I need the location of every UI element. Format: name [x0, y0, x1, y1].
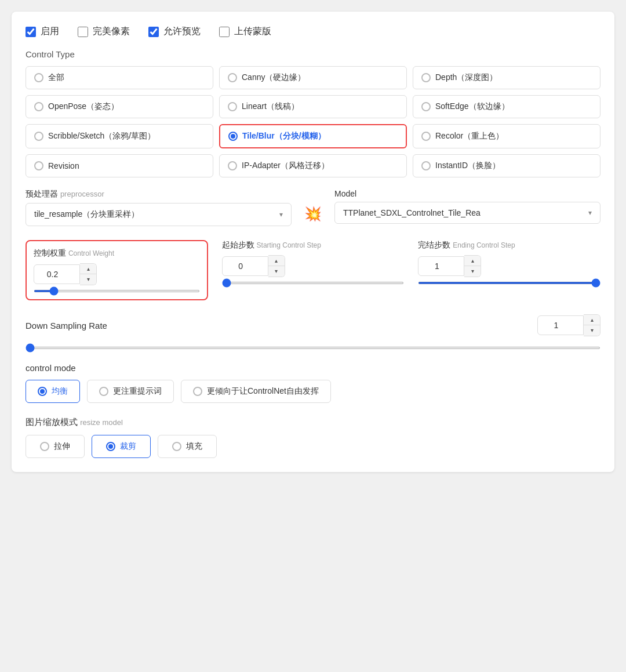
- control-weight-label: 控制权重 Control Weight: [34, 248, 200, 259]
- radio-dot-canny: [228, 73, 237, 82]
- resize-crop-label: 裁剪: [120, 441, 136, 452]
- radio-label-lineart: Lineart（线稿）: [242, 101, 299, 112]
- enable-checkbox-item[interactable]: 启用: [26, 26, 59, 38]
- preprocessor-row: 预处理器 preprocessor tile_resample（分块重采样） ▾…: [26, 189, 600, 226]
- allow-preview-checkbox[interactable]: [148, 27, 159, 37]
- radio-all[interactable]: 全部: [26, 66, 213, 89]
- starting-control-group: 起始步数 Starting Control Step ▴ ▾: [222, 240, 405, 300]
- radio-label-instantid: InstantID（换脸）: [435, 161, 500, 171]
- mode-balanced-label: 均衡: [52, 386, 68, 397]
- ending-control-input-row: ▴ ▾: [418, 255, 600, 277]
- preprocessor-label: 预处理器: [26, 189, 58, 198]
- control-weight-input[interactable]: [34, 264, 80, 284]
- starting-control-label: 起始步数 Starting Control Step: [222, 240, 405, 250]
- downsampling-input-row: ▴ ▾: [537, 314, 600, 336]
- perfect-pixel-checkbox-item[interactable]: 完美像素: [78, 26, 130, 38]
- radio-label-all: 全部: [48, 72, 64, 83]
- radio-softedge[interactable]: SoftEdge（软边缘）: [413, 95, 600, 118]
- downsampling-down[interactable]: ▾: [584, 325, 600, 336]
- main-panel: 启用 完美像素 允许预览 上传蒙版 Control Type 全部 Canny（…: [12, 12, 614, 472]
- preprocessor-select[interactable]: tile_resample（分块重采样） ▾: [26, 203, 292, 226]
- resize-crop-dot: [106, 442, 115, 451]
- control-weight-up[interactable]: ▴: [80, 264, 96, 274]
- starting-control-slider[interactable]: [222, 282, 405, 284]
- downsampling-input[interactable]: [537, 315, 584, 335]
- radio-depth[interactable]: Depth（深度图）: [413, 66, 600, 89]
- radio-dot-openpose: [34, 102, 43, 111]
- downsampling-row: Down Sampling Rate ▴ ▾: [26, 314, 600, 336]
- radio-dot-scribble: [34, 132, 43, 141]
- upload-draft-checkbox[interactable]: [219, 27, 230, 37]
- resize-stretch[interactable]: 拉伸: [26, 435, 85, 458]
- resize-label: 图片缩放模式 resize model: [26, 417, 600, 428]
- upload-draft-label: 上传蒙版: [234, 26, 271, 38]
- radio-instantid[interactable]: InstantID（换脸）: [413, 154, 600, 177]
- mode-prompt[interactable]: 更注重提示词: [87, 380, 174, 403]
- radio-label-openpose: OpenPose（姿态）: [48, 101, 119, 112]
- ending-control-up[interactable]: ▴: [464, 256, 481, 266]
- model-select[interactable]: TTPlanet_SDXL_Controlnet_Tile_Rea ▾: [334, 202, 600, 224]
- ending-control-input[interactable]: [418, 256, 464, 276]
- control-weight-slider[interactable]: [34, 290, 200, 292]
- allow-preview-label: 允许预览: [163, 26, 201, 38]
- radio-label-scribble: Scribble/Sketch（涂鸦/草图）: [48, 131, 155, 141]
- starting-control-spin: ▴ ▾: [268, 255, 285, 277]
- preprocessor-col: 预处理器 preprocessor tile_resample（分块重采样） ▾: [26, 189, 292, 226]
- preprocessor-value: tile_resample（分块重采样）: [34, 209, 139, 220]
- radio-label-softedge: SoftEdge（软边缘）: [435, 101, 509, 112]
- radio-label-revision: Revision: [48, 161, 79, 170]
- control-mode-section: control mode 均衡 更注重提示词 更倾向于让ControlNet自由…: [26, 363, 600, 403]
- radio-dot-depth: [421, 73, 431, 82]
- ending-control-spin: ▴ ▾: [464, 255, 481, 277]
- enable-checkbox[interactable]: [26, 27, 36, 37]
- model-label: Model: [334, 189, 600, 198]
- mode-controlnet-dot: [193, 387, 202, 396]
- upload-draft-checkbox-item[interactable]: 上传蒙版: [219, 26, 271, 38]
- star-button[interactable]: 💥: [301, 202, 325, 226]
- control-weight-spin: ▴ ▾: [80, 263, 97, 285]
- mode-controlnet[interactable]: 更倾向于让ControlNet自由发挥: [181, 380, 331, 403]
- resize-fill[interactable]: 填充: [158, 435, 217, 458]
- ending-control-down[interactable]: ▾: [464, 266, 481, 277]
- radio-ipadapter[interactable]: IP-Adapter（风格迁移）: [219, 154, 407, 177]
- radio-revision[interactable]: Revision: [26, 154, 213, 177]
- resize-crop[interactable]: 裁剪: [92, 435, 151, 458]
- downsampling-spin: ▴ ▾: [584, 314, 600, 336]
- radio-scribble[interactable]: Scribble/Sketch（涂鸦/草图）: [26, 124, 213, 148]
- downsampling-up[interactable]: ▴: [584, 315, 600, 325]
- mode-prompt-dot: [99, 387, 108, 396]
- radio-dot-all: [34, 73, 43, 82]
- starting-control-up[interactable]: ▴: [268, 256, 285, 266]
- ending-control-slider[interactable]: [418, 282, 600, 284]
- perfect-pixel-checkbox[interactable]: [78, 27, 88, 37]
- radio-tile[interactable]: Tile/Blur（分块/模糊）: [219, 124, 407, 148]
- allow-preview-checkbox-item[interactable]: 允许预览: [148, 26, 201, 38]
- radio-dot-tile: [228, 132, 238, 141]
- controls-row: 控制权重 Control Weight ▴ ▾ 起始步数 Starting Co…: [26, 240, 600, 300]
- downsampling-slider-container: [26, 341, 600, 351]
- preprocessor-hint: preprocessor: [60, 190, 104, 198]
- mode-balanced[interactable]: 均衡: [26, 380, 80, 403]
- control-weight-input-row: ▴ ▾: [34, 263, 200, 285]
- radio-label-ipadapter: IP-Adapter（风格迁移）: [242, 161, 329, 171]
- starting-control-down[interactable]: ▾: [268, 266, 285, 277]
- mode-controlnet-label: 更倾向于让ControlNet自由发挥: [207, 386, 319, 397]
- radio-dot-instantid: [421, 161, 431, 170]
- star-icon: 💥: [304, 206, 322, 222]
- radio-recolor[interactable]: Recolor（重上色）: [413, 124, 600, 148]
- downsampling-slider[interactable]: [26, 347, 600, 349]
- radio-dot-lineart: [228, 102, 237, 111]
- resize-fill-label: 填充: [186, 441, 202, 452]
- radio-canny[interactable]: Canny（硬边缘）: [219, 66, 407, 89]
- model-value: TTPlanet_SDXL_Controlnet_Tile_Rea: [343, 208, 481, 217]
- ending-control-group: 完结步数 Ending Control Step ▴ ▾: [418, 240, 600, 300]
- radio-label-tile: Tile/Blur（分块/模糊）: [242, 131, 326, 141]
- control-weight-down[interactable]: ▾: [80, 274, 96, 285]
- radio-lineart[interactable]: Lineart（线稿）: [219, 95, 407, 118]
- perfect-pixel-label: 完美像素: [93, 26, 130, 38]
- radio-dot-ipadapter: [228, 161, 237, 170]
- radio-openpose[interactable]: OpenPose（姿态）: [26, 95, 213, 118]
- resize-section: 图片缩放模式 resize model 拉伸 裁剪 填充: [26, 417, 600, 458]
- radio-label-recolor: Recolor（重上色）: [435, 131, 504, 141]
- starting-control-input[interactable]: [222, 256, 268, 276]
